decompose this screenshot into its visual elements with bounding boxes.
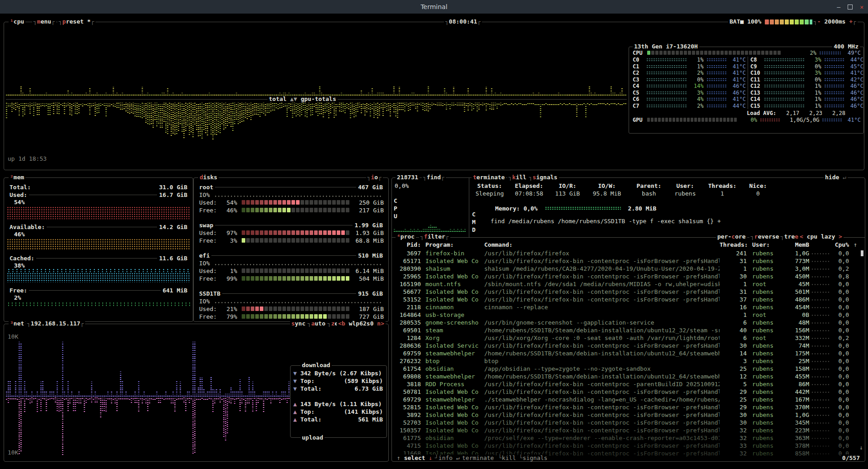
gpu-graph-col	[142, 103, 143, 118]
cpu-box-title[interactable]: ¹cpu	[9, 18, 25, 25]
process-row[interactable]: 50781Isolated Web Co/usr/lib/firefox/fir…	[395, 388, 863, 396]
proc-footer-info[interactable]: ┘info ↵└	[434, 455, 465, 461]
cpu-graph-col	[312, 91, 313, 96]
gpu-graph-col	[160, 103, 161, 128]
process-row[interactable]: 280390sha1sumsha1sum /media/rubens/CA2B-…	[395, 265, 863, 273]
proc-cpu-col	[428, 226, 429, 232]
process-row[interactable]: 69808steamwebhelper/home/rubens/SSD1TB/S…	[395, 373, 863, 380]
proc-footer-select[interactable]: ↑ select ↓	[396, 455, 434, 461]
process-row[interactable]: 280535gnome-screensho/usr/bin/gnome-scre…	[395, 319, 863, 326]
meter-block	[305, 208, 309, 212]
net-scale-top: 10K	[8, 333, 18, 340]
gpu-graph-col	[276, 103, 277, 108]
net-down-col	[230, 387, 232, 397]
process-row[interactable]: 164864usb-storage1root0B0,0	[395, 311, 863, 319]
io-mode-button[interactable]: ┐io┌	[366, 174, 383, 181]
process-row[interactable]: 61754obsidian/app/obsidian --type=zygote…	[395, 365, 863, 373]
interval-minus-button[interactable]: -	[817, 18, 821, 25]
process-row[interactable]: 25965Isolated Web Co/usr/lib/firefox/fir…	[395, 273, 863, 280]
signals-button[interactable]: ┐signals	[528, 174, 559, 181]
net-down-col	[232, 392, 234, 397]
scroll-down-icon[interactable]: ↓	[859, 444, 863, 451]
process-row[interactable]: 2118cinnamoncinnamon --replace16rubens45…	[395, 303, 863, 311]
process-row[interactable]: 52703Isolated Web Co/usr/lib/firefox/fir…	[395, 419, 863, 426]
process-row[interactable]: 69759steamwebhelper/home/rubens/SSD1TB/S…	[395, 349, 863, 357]
process-row[interactable]: 61775obsidian/proc/self/exe --type=rende…	[395, 434, 863, 442]
gpu-graph-col	[591, 103, 592, 104]
process-row[interactable]: 165190mount.ntfs/sbin/mount.ntfs /dev/sd…	[395, 280, 863, 288]
net-interface-switch[interactable]: <b wlp62s0 n>	[337, 320, 386, 327]
info-header: Nice:	[744, 182, 773, 189]
preset-button[interactable]: ┐preset *┌	[57, 18, 95, 25]
meter-block	[251, 268, 254, 273]
proc-footer-signals[interactable]: └signals	[518, 455, 549, 461]
net-sync-button[interactable]: sync	[290, 320, 307, 327]
proc-cpu-col	[401, 230, 402, 232]
process-row[interactable]: 53152Isolated Web Co/usr/lib/firefox/fir…	[395, 296, 863, 303]
meter-block	[269, 314, 272, 319]
proc-footer-kill[interactable]: └kill	[497, 455, 517, 461]
menu-button[interactable]: ┐menu┌	[32, 18, 56, 25]
net-down-col	[138, 381, 139, 397]
interval-plus-button[interactable]: +	[849, 18, 853, 25]
process-row[interactable]: 150357Isolated Web Co/usr/lib/firefox/fi…	[395, 426, 863, 434]
proc-title[interactable]: ⁴proc	[396, 233, 416, 240]
net-up-col	[13, 397, 14, 399]
net-auto-button[interactable]: ┐auto	[306, 320, 327, 327]
hide-button[interactable]: hide ↵	[824, 174, 848, 181]
gpu-graph-col	[506, 103, 507, 104]
gpu-graph-col	[502, 103, 503, 105]
meter-block	[694, 118, 697, 122]
process-row[interactable]: 1284Xorg/usr/lib/xorg/Xorg -core :0 -sea…	[395, 334, 863, 342]
scrollbar-thumb[interactable]	[861, 250, 863, 256]
process-row[interactable]: 276232btopbtop3rubens25M0,0	[395, 357, 863, 365]
filter-button[interactable]: ┐filter┌	[419, 233, 450, 240]
process-row[interactable]: 3697firefox-bin/usr/lib/firefox/firefox2…	[395, 249, 863, 257]
gpu-graph-col	[551, 103, 552, 105]
process-row[interactable]: 4715Isolated Web Co/usr/lib/firefox/fire…	[395, 442, 863, 450]
net-up-col	[245, 397, 246, 412]
graph-divider-label[interactable]: total ▲▼ gpu-totals	[267, 96, 338, 102]
net-up-col	[265, 397, 266, 399]
battery-meter-block	[780, 19, 784, 24]
restore-icon[interactable]	[848, 5, 853, 10]
net-down-col	[133, 394, 134, 397]
process-row[interactable]: 69729steamwebhelper./steamwebhelper -noc…	[395, 396, 863, 403]
gpu-graph-col	[563, 103, 565, 104]
process-row[interactable]: 3892Isolated Web Co/usr/lib/firefox/fire…	[395, 411, 863, 419]
kill-button[interactable]: ┐kill	[507, 174, 528, 181]
meter-block	[291, 268, 295, 273]
sort-next-button[interactable]: >	[839, 233, 842, 240]
meter-block	[282, 238, 286, 243]
minimize-icon[interactable]: –	[837, 4, 840, 10]
gpu-graph-col	[299, 103, 300, 116]
terminate-button[interactable]: terminate	[472, 174, 506, 181]
gpu-graph-col	[464, 103, 465, 112]
process-row[interactable]: 65171Isolated Web Co/usr/lib/firefox/fir…	[395, 257, 863, 265]
reverse-toggle[interactable]: ┐reverse	[749, 233, 781, 240]
gpu-graph-col	[24, 103, 25, 115]
meter-block	[269, 230, 272, 235]
process-row[interactable]: 3818RDD Process/usr/lib/firefox/firefox-…	[395, 380, 863, 388]
net-up-col	[29, 397, 31, 403]
net-box-title[interactable]: ³net	[9, 320, 25, 327]
process-row[interactable]: 280636Isolated Servic/usr/lib/firefox/fi…	[395, 342, 863, 349]
process-row[interactable]: 52815Isolated Web Co/usr/lib/firefox/fir…	[395, 403, 863, 411]
disks-box-title[interactable]: disks	[198, 174, 219, 181]
net-up-col	[136, 397, 138, 403]
gpu-graph-col	[397, 103, 398, 118]
gpu-graph-col	[212, 103, 214, 139]
process-row[interactable]: 56677Isolated Web Co/usr/lib/firefox/fir…	[395, 288, 863, 296]
net-down-col	[129, 395, 130, 397]
net-down-col	[11, 395, 13, 397]
gpu-graph-col	[339, 103, 340, 111]
gpu-graph-col	[98, 103, 100, 113]
mem-box-title[interactable]: ²mem	[9, 174, 25, 181]
close-icon[interactable]: ✕	[860, 4, 863, 10]
process-row[interactable]: 69501steam/home/rubens/SSD1TB/Steam/debi…	[395, 326, 863, 334]
meter-block	[246, 276, 250, 281]
sort-prev-button[interactable]: <	[800, 233, 803, 240]
per-core-toggle[interactable]: per-core	[716, 233, 747, 240]
cpu-graph-col	[594, 91, 596, 96]
proc-footer-terminate[interactable]: terminate	[461, 455, 495, 461]
